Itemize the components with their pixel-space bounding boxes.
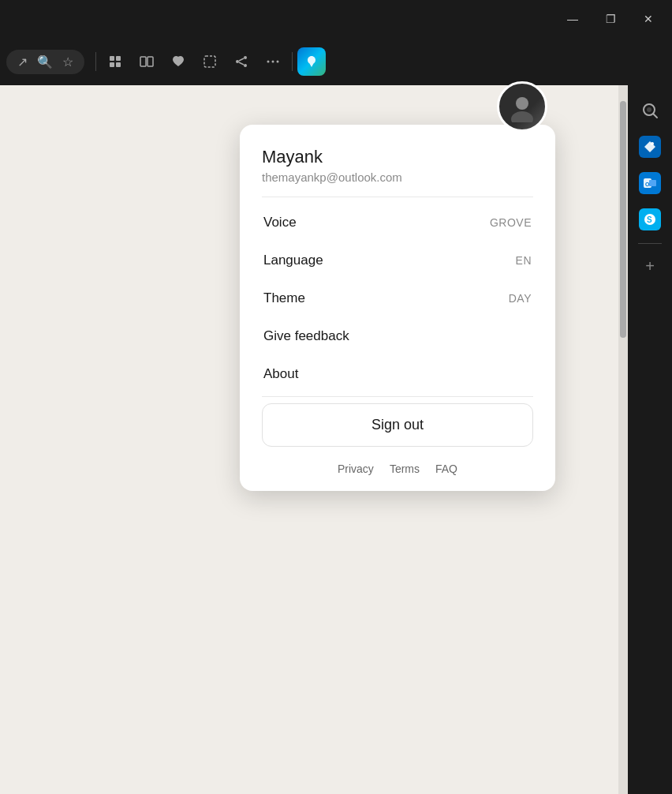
share-icon[interactable]	[227, 47, 256, 76]
browser-toolbar: ↗ 🔍 ☆	[0, 38, 672, 85]
svg-point-9	[244, 64, 247, 67]
sidebar-divider	[638, 243, 662, 244]
health-icon[interactable]	[164, 47, 192, 76]
about-menu-item[interactable]: About	[262, 355, 533, 393]
title-bar: — ❐ ✕	[0, 0, 672, 38]
close-button[interactable]: ✕	[631, 6, 666, 32]
footer-links: Privacy Terms FAQ	[262, 459, 533, 475]
bookmark-icon[interactable]: ☆	[62, 54, 73, 69]
zoom-out-icon[interactable]: 🔍	[37, 54, 53, 69]
svg-line-11	[239, 62, 244, 65]
scroll-thumb[interactable]	[620, 101, 626, 338]
about-label: About	[263, 366, 298, 382]
svg-text:O: O	[645, 182, 650, 187]
language-menu-item[interactable]: Language EN	[262, 242, 533, 279]
svg-line-10	[239, 58, 244, 61]
svg-point-16	[511, 111, 533, 122]
theme-value: DAY	[509, 292, 532, 305]
svg-point-7	[236, 60, 239, 63]
svg-rect-4	[140, 57, 146, 66]
card-divider-top	[262, 197, 533, 197]
svg-rect-0	[110, 56, 114, 61]
svg-point-21	[651, 142, 654, 145]
svg-rect-3	[116, 62, 121, 67]
svg-rect-2	[110, 62, 114, 67]
terms-link[interactable]: Terms	[390, 463, 420, 475]
theme-menu-item[interactable]: Theme DAY	[262, 279, 533, 317]
sidebar-outlook-button[interactable]: O	[634, 167, 666, 199]
toolbar-divider-1	[95, 52, 96, 71]
more-options-icon[interactable]	[259, 47, 287, 76]
voice-menu-item[interactable]: Voice GROVE	[262, 204, 533, 242]
reader-view-icon[interactable]	[133, 47, 161, 76]
sidebar-skype-button[interactable]: S	[634, 204, 666, 235]
svg-rect-6	[204, 56, 215, 67]
voice-value: GROVE	[490, 216, 532, 229]
scroll-track	[618, 85, 628, 794]
faq-link[interactable]: FAQ	[435, 463, 457, 475]
svg-text:S: S	[647, 215, 652, 224]
extensions-icon[interactable]	[101, 47, 129, 76]
language-label: Language	[263, 253, 323, 268]
sidebar-tag-button[interactable]	[634, 131, 666, 163]
svg-point-19	[647, 107, 651, 112]
sidebar-search-button[interactable]	[634, 95, 666, 126]
voice-label: Voice	[263, 215, 297, 230]
svg-point-13	[272, 61, 274, 63]
copilot-icon[interactable]	[297, 47, 326, 76]
minimize-button[interactable]: —	[555, 6, 590, 32]
restore-button[interactable]: ❐	[593, 6, 628, 32]
sidebar: O S +	[628, 85, 672, 794]
card-divider-bottom	[262, 396, 533, 397]
avatar	[497, 81, 547, 132]
main-content: Mayank themayankp@outlook.com Voice GROV…	[0, 85, 618, 794]
svg-line-18	[653, 114, 657, 118]
svg-point-12	[267, 61, 270, 63]
theme-label: Theme	[263, 290, 305, 306]
avatar-container	[497, 81, 547, 132]
feedback-menu-item[interactable]: Give feedback	[262, 317, 533, 355]
user-email: themayankp@outlook.com	[262, 170, 533, 184]
nav-controls: ↗ 🔍 ☆	[6, 50, 84, 74]
svg-point-8	[244, 56, 247, 59]
profile-card: Mayank themayankp@outlook.com Voice GROV…	[240, 125, 555, 491]
svg-rect-5	[147, 57, 153, 66]
toolbar-divider-2	[292, 52, 293, 71]
svg-rect-1	[116, 56, 121, 61]
sidebar-add-button[interactable]: +	[634, 250, 666, 282]
svg-point-15	[516, 97, 528, 110]
external-link-icon[interactable]: ↗	[17, 54, 28, 69]
language-value: EN	[516, 254, 532, 267]
screenshot-icon[interactable]	[196, 47, 224, 76]
privacy-link[interactable]: Privacy	[338, 463, 374, 475]
sign-out-button[interactable]: Sign out	[262, 403, 533, 447]
feedback-label: Give feedback	[263, 328, 349, 344]
svg-rect-24	[649, 180, 656, 186]
svg-point-14	[277, 61, 279, 63]
user-name: Mayank	[262, 147, 533, 167]
